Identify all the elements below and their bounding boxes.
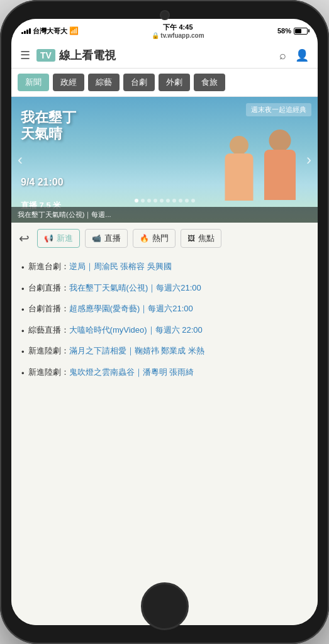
lock-icon: 🔒 [152,32,159,39]
banner-date: 9/4 21:00 [21,177,64,188]
bullet-icon: • [21,367,25,380]
list-item: • 新進陸劇：滿月之下請相愛｜鞠婧祎 鄭業成 米熱 [21,341,308,362]
logo-text: 線上看電視 [59,48,116,63]
signal-bars-icon [21,28,31,34]
tab-focus-label: 焦點 [198,233,215,244]
list-item: • 台劇直播：我在墾丁天氣晴(公視)｜每週六21:00 [21,278,308,299]
nav-bar: ☰ TV 線上看電視 ⌕ 👤 [11,43,318,69]
news-link[interactable]: 逆局｜周渝民 張榕容 吳興國 [69,262,172,271]
tab-hot-icon: 🔥 [140,234,149,243]
status-center: 下午 4:45 🔒 tv.wfuapp.com [152,23,204,39]
list-item: • 台劇首播：超感應學園(愛奇藝)｜每週六21:00 [21,299,308,320]
news-link[interactable]: 大嗑哈時代(myVideo)｜每週六 22:00 [69,325,203,335]
list-item: • 新進陸劇：鬼吹燈之雲南蟲谷｜潘粵明 張雨綺 [21,362,308,384]
news-text: 新進陸劇：鬼吹燈之雲南蟲谷｜潘粵明 張雨綺 [28,366,308,379]
list-item: • 新進台劇：逆局｜周渝民 張榕容 吳興國 [21,257,308,278]
bullet-icon: • [21,283,25,296]
user-icon[interactable]: 👤 [295,48,309,62]
cat-btn-variety[interactable]: 綜藝 [88,74,120,91]
news-text: 新進台劇：逆局｜周渝民 張榕容 吳興國 [28,260,308,273]
tab-live-icon: 📹 [92,234,101,243]
bullet-icon: • [21,325,25,338]
battery-icon [294,28,308,35]
cat-btn-news[interactable]: 新聞 [18,74,49,91]
news-text: 新進陸劇：滿月之下請相愛｜鞠婧祎 鄭業成 米熱 [28,345,308,357]
menu-icon[interactable]: ☰ [20,48,30,62]
nav-logo: TV 線上看電視 [36,48,116,63]
news-link[interactable]: 滿月之下請相愛｜鞠婧祎 鄭業成 米熱 [69,346,204,355]
phone-frame: 台灣大哥大 📶 下午 4:45 🔒 tv.wfuapp.com 58% [0,0,329,644]
list-item: • 綜藝直播：大嗑哈時代(myVideo)｜每週六 22:00 [21,320,308,341]
bullet-icon: • [21,262,25,274]
battery-percent-label: 58% [277,27,291,35]
news-link[interactable]: 超感應學園(愛奇藝)｜每週六21:00 [69,304,193,313]
bullet-icon: • [21,346,25,358]
news-text: 綜藝直播：大嗑哈時代(myVideo)｜每週六 22:00 [28,324,308,336]
cat-btn-tw-drama[interactable]: 台劇 [123,74,155,91]
tab-live[interactable]: 📹 直播 [85,229,128,248]
tab-hot[interactable]: 🔥 熱門 [133,229,176,248]
back-button[interactable]: ↩ [19,231,30,246]
banner-dots [135,199,195,203]
category-bar: 新聞 政經 綜藝 台劇 外劇 食旅 [11,69,318,97]
banner: 週末夜一起追經典 我在墾丁 天氣晴 9/4 21:00 直播 7.5 米 [11,97,318,223]
cat-btn-politics[interactable]: 政經 [53,74,84,91]
banner-title-line1: 我在墾丁 [21,109,76,126]
banner-prev-button[interactable]: ‹ [14,148,26,172]
url-text: tv.wfuapp.com [160,32,204,39]
cat-btn-foreign-drama[interactable]: 外劇 [159,74,190,91]
status-bar: 台灣大哥大 📶 下午 4:45 🔒 tv.wfuapp.com 58% [11,19,318,43]
banner-next-button[interactable]: › [303,148,315,172]
banner-caption: 我在墾丁天氣晴(公視)｜每週... [11,207,318,223]
tab-new[interactable]: 📢 新進 [37,229,80,248]
tab-hot-label: 熱門 [152,233,169,244]
bullet-icon: • [21,304,25,316]
logo-tv-badge: TV [36,49,55,62]
tab-focus-icon: 🖼 [187,234,195,243]
tab-new-icon: 📢 [44,234,53,243]
tab-focus[interactable]: 🖼 焦點 [181,229,221,248]
screen: 台灣大哥大 📶 下午 4:45 🔒 tv.wfuapp.com 58% [11,19,318,625]
tab-new-label: 新進 [57,233,73,244]
banner-image [179,117,318,211]
status-right: 58% [277,27,308,35]
carrier-label: 台灣大哥大 [33,26,67,36]
status-left: 台灣大哥大 📶 [21,26,79,36]
banner-title: 我在墾丁 天氣晴 [21,109,76,143]
tab-live-label: 直播 [104,233,121,244]
wifi-icon: 📶 [69,26,79,35]
news-text: 台劇首播：超感應學園(愛奇藝)｜每週六21:00 [28,303,308,315]
news-list: • 新進台劇：逆局｜周渝民 張榕容 吳興國 • 台劇直播：我在墾丁天氣晴(公視)… [11,254,318,396]
time-label: 下午 4:45 [152,23,204,32]
url-bar: 🔒 tv.wfuapp.com [152,32,204,39]
news-link[interactable]: 我在墾丁天氣晴(公視)｜每週六21:00 [69,283,201,292]
banner-top-label: 週末夜一起追經典 [246,103,311,116]
nav-icons: ⌕ 👤 [279,48,309,62]
news-link[interactable]: 鬼吹燈之雲南蟲谷｜潘粵明 張雨綺 [69,367,194,377]
cat-btn-food[interactable]: 食旅 [194,74,225,91]
main-content: 週末夜一起追經典 我在墾丁 天氣晴 9/4 21:00 直播 7.5 米 [11,97,318,625]
search-icon[interactable]: ⌕ [279,49,286,62]
banner-title-line2: 天氣晴 [21,126,76,142]
section-controls: ↩ 📢 新進 📹 直播 🔥 熱門 🖼 焦點 [11,223,318,254]
news-text: 台劇直播：我在墾丁天氣晴(公視)｜每週六21:00 [28,282,308,294]
